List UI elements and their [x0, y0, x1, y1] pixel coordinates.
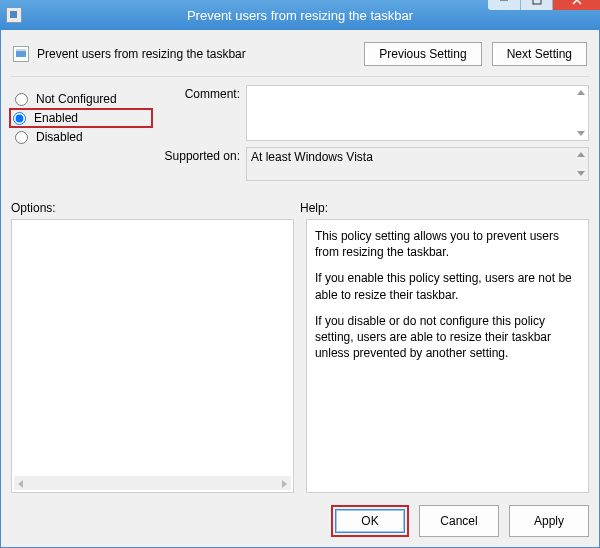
titlebar: Prevent users from resizing the taskbar [0, 0, 600, 30]
cancel-button[interactable]: Cancel [419, 505, 499, 537]
radio-enabled-label: Enabled [34, 111, 78, 125]
dialog-footer: OK Cancel Apply [11, 493, 589, 537]
maximize-button[interactable] [520, 0, 552, 10]
policy-icon [13, 46, 29, 62]
radio-disabled-input[interactable] [15, 131, 28, 144]
radio-disabled[interactable]: Disabled [11, 127, 151, 147]
svg-rect-5 [16, 49, 26, 51]
comment-label: Comment: [151, 85, 246, 141]
help-label: Help: [300, 201, 328, 215]
svg-rect-1 [533, 0, 541, 4]
help-text-3: If you disable or do not configure this … [315, 313, 580, 362]
previous-setting-button[interactable]: Previous Setting [364, 42, 481, 66]
supported-field: At least Windows Vista [246, 147, 589, 181]
apply-button[interactable]: Apply [509, 505, 589, 537]
window-controls [488, 0, 600, 10]
radio-disabled-label: Disabled [36, 130, 83, 144]
help-text-1: This policy setting allows you to preven… [315, 228, 580, 260]
options-scrollbar[interactable] [14, 476, 291, 490]
policy-title: Prevent users from resizing the taskbar [37, 47, 246, 61]
options-pane[interactable] [11, 219, 294, 493]
ok-button[interactable]: OK [335, 509, 405, 533]
close-button[interactable] [552, 0, 600, 10]
next-setting-button[interactable]: Next Setting [492, 42, 587, 66]
divider [11, 76, 589, 77]
state-radio-group: Not Configured Enabled Disabled [11, 85, 151, 187]
comment-field[interactable] [246, 85, 589, 141]
radio-not-configured-input[interactable] [15, 93, 28, 106]
help-text-2: If you enable this policy setting, users… [315, 270, 580, 302]
radio-enabled-input[interactable] [13, 112, 26, 125]
radio-not-configured[interactable]: Not Configured [11, 89, 151, 109]
help-pane[interactable]: This policy setting allows you to preven… [306, 219, 589, 493]
ok-highlight: OK [331, 505, 409, 537]
radio-enabled[interactable]: Enabled [9, 108, 153, 128]
options-label: Options: [11, 201, 300, 215]
radio-not-configured-label: Not Configured [36, 92, 117, 106]
dialog-body: Prevent users from resizing the taskbar … [0, 30, 600, 548]
supported-value: At least Windows Vista [251, 150, 373, 164]
policy-header: Prevent users from resizing the taskbar … [11, 38, 589, 72]
app-icon [6, 7, 22, 23]
supported-label: Supported on: [151, 147, 246, 181]
svg-rect-4 [16, 51, 26, 57]
minimize-button[interactable] [488, 0, 520, 10]
